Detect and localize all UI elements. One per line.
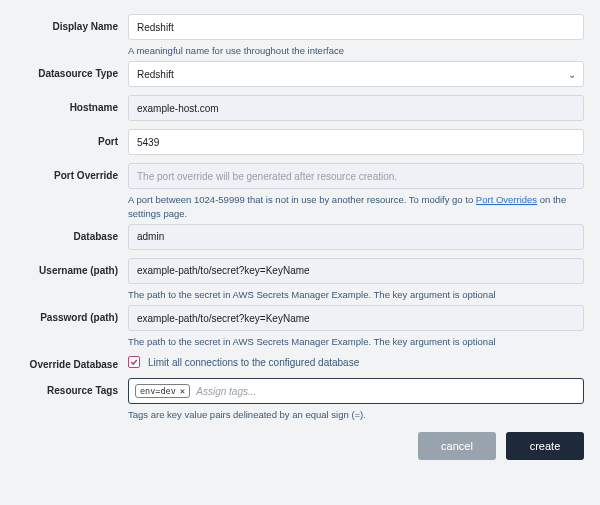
override-database-checkbox[interactable] xyxy=(128,356,140,368)
display-name-input[interactable] xyxy=(128,14,584,40)
tag-chip-text: env=dev xyxy=(140,386,176,396)
username-path-input[interactable] xyxy=(128,258,584,284)
hostname-label: Hostname xyxy=(16,95,128,113)
password-path-label: Password (path) xyxy=(16,305,128,323)
port-override-input xyxy=(128,163,584,189)
username-path-hint: The path to the secret in AWS Secrets Ma… xyxy=(128,288,584,301)
port-overrides-link[interactable]: Port Overrides xyxy=(476,194,537,205)
username-path-label: Username (path) xyxy=(16,258,128,276)
datasource-type-label: Datasource Type xyxy=(16,61,128,79)
port-input[interactable] xyxy=(128,129,584,155)
resource-tags-label: Resource Tags xyxy=(16,378,128,396)
password-path-hint: The path to the secret in AWS Secrets Ma… xyxy=(128,335,584,348)
display-name-hint: A meaningful name for use throughout the… xyxy=(128,44,584,57)
cancel-button[interactable]: cancel xyxy=(418,432,496,460)
override-database-label: Override Database xyxy=(16,352,128,370)
hostname-input[interactable] xyxy=(128,95,584,121)
tag-remove-icon[interactable]: ✕ xyxy=(180,386,185,396)
port-override-hint: A port between 1024-59999 that is not in… xyxy=(128,193,584,220)
password-path-input[interactable] xyxy=(128,305,584,331)
display-name-label: Display Name xyxy=(16,14,128,32)
port-label: Port xyxy=(16,129,128,147)
database-label: Database xyxy=(16,224,128,242)
port-override-label: Port Override xyxy=(16,163,128,181)
resource-tags-placeholder: Assign tags... xyxy=(196,386,256,397)
database-input[interactable] xyxy=(128,224,584,250)
resource-tags-hint: Tags are key value pairs delineated by a… xyxy=(128,408,584,421)
datasource-type-select[interactable] xyxy=(128,61,584,87)
resource-tags-input[interactable]: env=dev ✕ Assign tags... xyxy=(128,378,584,404)
override-database-text: Limit all connections to the configured … xyxy=(148,357,359,368)
create-button[interactable]: create xyxy=(506,432,584,460)
tag-chip[interactable]: env=dev ✕ xyxy=(135,384,190,398)
